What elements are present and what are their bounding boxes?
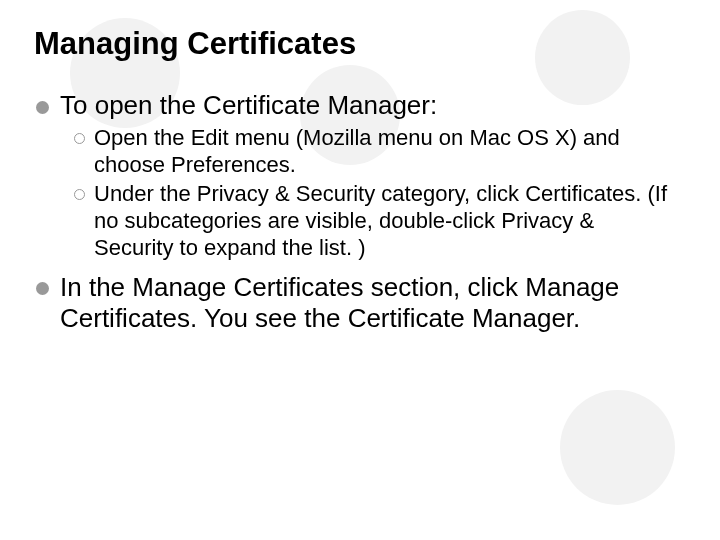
list-item: To open the Certificate Manager: Open th… — [34, 90, 670, 262]
list-item: Under the Privacy & Security category, c… — [74, 181, 670, 261]
bullet-text: To open the Certificate Manager: — [60, 90, 437, 120]
bullet-list: To open the Certificate Manager: Open th… — [34, 90, 670, 335]
decorative-circle — [560, 390, 675, 505]
slide-title: Managing Certificates — [34, 26, 670, 62]
list-item: Open the Edit menu (Mozilla menu on Mac … — [74, 125, 670, 179]
list-item: In the Manage Certificates section, clic… — [34, 272, 670, 335]
sub-bullet-text: Under the Privacy & Security category, c… — [94, 181, 667, 260]
sub-bullet-list: Open the Edit menu (Mozilla menu on Mac … — [60, 125, 670, 261]
bullet-text: In the Manage Certificates section, clic… — [60, 272, 619, 334]
slide-content: Managing Certificates To open the Certif… — [0, 0, 720, 335]
sub-bullet-text: Open the Edit menu (Mozilla menu on Mac … — [94, 125, 620, 177]
